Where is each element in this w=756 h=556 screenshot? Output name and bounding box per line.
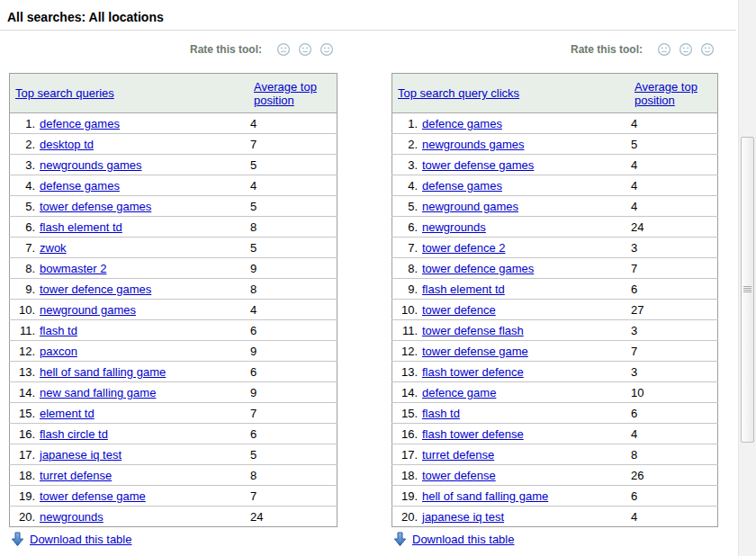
query-cell: 14.new sand falling game (10, 382, 249, 403)
query-link[interactable]: flash element td (40, 220, 122, 234)
query-link[interactable]: flash element td (422, 282, 505, 296)
table-row: 20.japanese iq test4 (392, 507, 718, 527)
left-column: Rate this tool: Top search queries Avera… (9, 40, 338, 547)
position-value: 4 (248, 113, 338, 134)
query-cell: 11.flash td (10, 320, 249, 341)
sad-face-icon[interactable] (650, 42, 671, 57)
query-link[interactable]: japanese iq test (422, 510, 504, 524)
position-value: 4 (629, 175, 718, 196)
query-link[interactable]: element td (40, 407, 94, 420)
avg-position-header-link[interactable]: Average top position (254, 80, 317, 107)
query-link[interactable]: newgrounds games (40, 158, 141, 172)
table-row: 4.defense games4 (10, 175, 338, 196)
scrollbar-thumb[interactable] (741, 137, 754, 443)
rate-tool-row-right: Rate this tool: (392, 40, 718, 59)
queries-header-link[interactable]: Top search queries (15, 86, 114, 100)
query-link[interactable]: newgrounds (40, 510, 104, 524)
query-link[interactable]: new sand falling game (40, 386, 156, 399)
neutral-face-icon[interactable] (671, 42, 693, 57)
query-cell: 15.element td (10, 403, 249, 424)
row-rank: 4. (12, 179, 35, 193)
download-table-link[interactable]: Download this table (412, 533, 514, 546)
row-rank: 5. (394, 200, 418, 213)
query-link[interactable]: turret defense (422, 448, 494, 462)
table-row: 18.turret defense8 (10, 465, 338, 486)
table-row: 7.tower defence 23 (392, 238, 718, 258)
table-row: 19.hell of sand falling game6 (392, 486, 718, 507)
position-value: 8 (248, 217, 338, 238)
query-link[interactable]: tower defence 2 (422, 241, 506, 255)
query-link[interactable]: newgrounds games (422, 138, 524, 151)
table-row: 18.tower defense26 (392, 465, 718, 486)
avg-position-header-link[interactable]: Average top position (634, 80, 698, 107)
query-cell: 16.flash tower defense (392, 424, 630, 444)
query-link[interactable]: flash circle td (40, 427, 108, 441)
query-link[interactable]: desktop td (40, 138, 94, 151)
position-value: 24 (629, 217, 718, 238)
neutral-face-icon[interactable] (291, 42, 312, 57)
position-value: 5 (248, 155, 338, 175)
row-rank: 9. (394, 282, 418, 296)
happy-face-icon[interactable] (312, 42, 334, 57)
query-link[interactable]: tower defense game (422, 345, 528, 358)
query-link[interactable]: turret defense (40, 469, 112, 482)
query-link[interactable]: tower defense (422, 469, 496, 482)
query-link[interactable]: newground games (422, 200, 518, 213)
query-cell: 8.tower defence games (392, 258, 630, 279)
query-link[interactable]: defence game (422, 386, 496, 399)
row-rank: 16. (12, 427, 35, 441)
vertical-scrollbar[interactable] (738, 0, 756, 556)
position-value: 6 (248, 424, 338, 444)
query-link[interactable]: defence games (40, 117, 120, 130)
query-link[interactable]: defense games (422, 179, 502, 193)
row-rank: 11. (394, 324, 418, 337)
query-link[interactable]: tower defense game (40, 489, 146, 503)
query-link[interactable]: flash tower defence (422, 365, 524, 379)
row-rank: 10. (394, 303, 418, 317)
query-link[interactable]: bowmaster 2 (40, 262, 106, 275)
row-rank: 6. (394, 220, 418, 234)
query-link[interactable]: tower defence (422, 303, 496, 317)
query-link[interactable]: hell of sand falling game (40, 365, 166, 379)
row-rank: 17. (394, 448, 418, 462)
row-rank: 11. (12, 324, 35, 337)
row-rank: 3. (394, 158, 418, 172)
query-link[interactable]: flash tower defense (422, 427, 524, 441)
query-link[interactable]: flash td (40, 324, 77, 337)
query-link[interactable]: hell of sand falling game (422, 489, 548, 503)
table-row: 9.flash element td6 (392, 279, 718, 300)
query-link[interactable]: tower defence games (40, 282, 151, 296)
queries-header-cell: Top search queries (10, 74, 249, 113)
table-row: 6.newgrounds24 (392, 217, 718, 238)
sad-face-icon[interactable] (269, 42, 291, 57)
query-link[interactable]: zwok (40, 241, 67, 255)
query-cell: 18.tower defense (392, 465, 630, 486)
download-table-link[interactable]: Download this table (30, 533, 131, 546)
position-value: 24 (248, 507, 338, 527)
query-link[interactable]: japanese iq test (40, 448, 122, 462)
clicks-header-link[interactable]: Top search query clicks (398, 86, 519, 100)
query-cell: 13.hell of sand falling game (10, 362, 249, 382)
query-link[interactable]: newgrounds (422, 220, 486, 234)
query-link[interactable]: defence games (422, 117, 502, 130)
row-rank: 14. (12, 386, 35, 399)
query-link[interactable]: tower defence games (422, 262, 534, 275)
row-rank: 7. (394, 241, 418, 255)
query-link[interactable]: tower defense flash (422, 324, 524, 337)
query-cell: 17.turret defense (392, 444, 630, 465)
happy-face-icon[interactable] (693, 42, 715, 57)
row-rank: 19. (12, 489, 35, 503)
query-cell: 3.tower defense games (392, 155, 630, 175)
position-value: 8 (248, 279, 338, 300)
position-value: 10 (629, 382, 718, 403)
table-row: 16.flash tower defense4 (392, 424, 718, 444)
query-link[interactable]: paxcon (40, 345, 77, 358)
query-link[interactable]: tower defense games (40, 200, 151, 213)
query-link[interactable]: newground games (40, 303, 136, 317)
row-rank: 9. (12, 282, 35, 296)
table-row: 4.defense games4 (392, 175, 718, 196)
query-link[interactable]: flash td (422, 407, 460, 420)
row-rank: 13. (12, 365, 35, 379)
query-link[interactable]: tower defense games (422, 158, 534, 172)
query-link[interactable]: defense games (40, 179, 120, 193)
